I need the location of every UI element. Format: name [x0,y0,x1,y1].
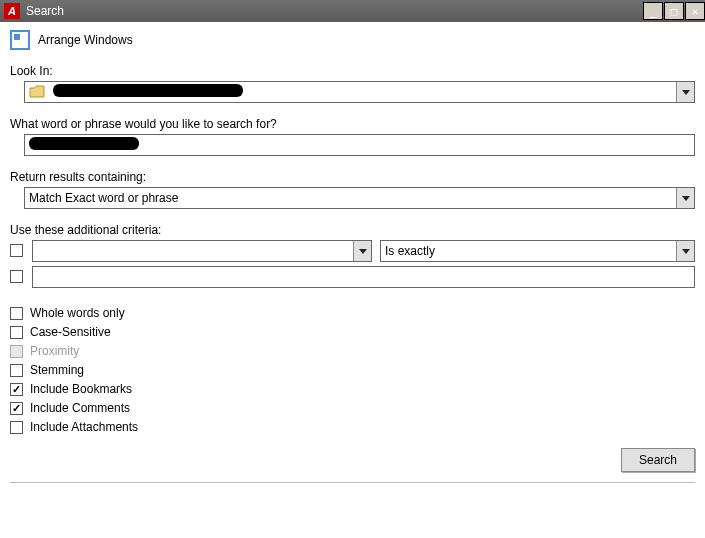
option-whole-words[interactable]: Whole words only [10,306,695,320]
option-label: Include Comments [30,401,130,415]
option-label: Stemming [30,363,84,377]
maximize-button[interactable]: □ [664,2,684,20]
criteria-operator-value: Is exactly [381,244,676,258]
search-phrase-value [25,137,694,153]
checkbox[interactable] [10,402,23,415]
option-include-comments[interactable]: Include Comments [10,401,695,415]
adobe-icon: A [4,3,20,19]
criteria-property-select[interactable] [32,240,372,262]
redacted-phrase [29,137,139,150]
additional-criteria-label: Use these additional criteria: [10,223,695,237]
option-label: Include Attachments [30,420,138,434]
criteria-value-input[interactable] [32,266,695,288]
dropdown-button[interactable] [353,241,371,261]
checkbox[interactable] [10,364,23,377]
arrange-windows-label: Arrange Windows [38,33,133,47]
search-button[interactable]: Search [621,448,695,472]
search-phrase-label: What word or phrase would you like to se… [10,117,695,131]
window-title: Search [26,4,642,18]
checkbox[interactable] [10,383,23,396]
option-include-attachments[interactable]: Include Attachments [10,420,695,434]
option-label: Case-Sensitive [30,325,111,339]
folder-icon [29,85,45,99]
option-label: Whole words only [30,306,125,320]
option-case-sensitive[interactable]: Case-Sensitive [10,325,695,339]
option-label: Include Bookmarks [30,382,132,396]
option-stemming[interactable]: Stemming [10,363,695,377]
return-results-label: Return results containing: [10,170,695,184]
dropdown-button[interactable] [676,241,694,261]
redacted-path [53,84,243,97]
checkbox [10,345,23,358]
close-button[interactable]: ✕ [685,2,705,20]
criteria-checkbox-2[interactable] [10,270,23,283]
option-label: Proximity [30,344,79,358]
search-button-label: Search [639,453,677,467]
arrange-windows-link[interactable]: Arrange Windows [10,30,695,50]
look-in-label: Look In: [10,64,695,78]
look-in-select[interactable] [24,81,695,103]
option-include-bookmarks[interactable]: Include Bookmarks [10,382,695,396]
return-results-select[interactable]: Match Exact word or phrase [24,187,695,209]
return-results-value: Match Exact word or phrase [25,191,676,205]
titlebar: A Search _ □ ✕ [0,0,705,22]
option-proximity: Proximity [10,344,695,358]
look-in-value [49,84,676,100]
dropdown-button[interactable] [676,82,694,102]
checkbox[interactable] [10,421,23,434]
minimize-button[interactable]: _ [643,2,663,20]
arrange-windows-icon [10,30,30,50]
criteria-checkbox-1[interactable] [10,244,23,257]
separator [10,482,695,483]
search-phrase-input[interactable] [24,134,695,156]
dropdown-button[interactable] [676,188,694,208]
checkbox[interactable] [10,326,23,339]
criteria-operator-select[interactable]: Is exactly [380,240,695,262]
checkbox[interactable] [10,307,23,320]
